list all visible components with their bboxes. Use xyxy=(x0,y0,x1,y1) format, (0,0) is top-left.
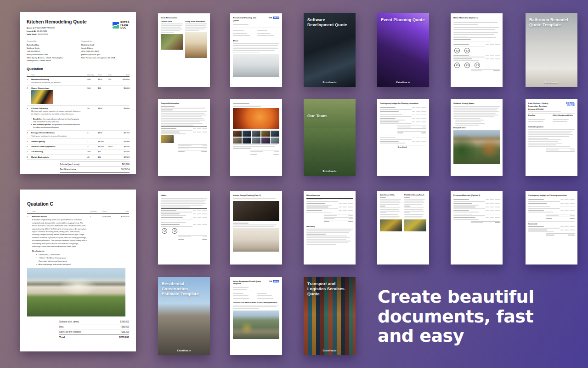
table-row: 6 Stainless Steel Appliances 3 $3,000 $6… xyxy=(27,144,130,150)
quotation-c-document[interactable]: Quatation C # Title Quantity Price Total… xyxy=(20,190,136,351)
template-residential-construction-cover[interactable]: Residential Construction Estimate Templa… xyxy=(158,277,210,355)
table-placeholder xyxy=(453,55,500,61)
living-room-photo xyxy=(233,228,279,252)
kitchen-quote-document[interactable]: Kitchen Remodeling Quote Quote #: F56CC7… xyxy=(20,12,136,174)
table-placeholder xyxy=(528,226,575,232)
text-placeholder-block xyxy=(257,29,279,38)
quartz-photo xyxy=(31,90,53,104)
extraflow-logo: EXTRA FLOW xyxy=(566,102,575,107)
text-placeholder-block xyxy=(233,29,255,38)
template-heavy-equipment-quote[interactable]: Heavy Equipment Rental Quote Template TH… xyxy=(230,277,282,355)
totals-placeholder xyxy=(546,149,575,155)
text-placeholder-block xyxy=(528,111,575,112)
extraflow-brand: Extraflow.io xyxy=(304,170,356,172)
template-machinery-specs[interactable]: John Deere 310SL PC210LC-11 Long Reach xyxy=(377,191,429,264)
wheel-loader-photo xyxy=(380,219,402,231)
totals-placeholder xyxy=(324,214,353,223)
text-placeholder-block xyxy=(257,292,279,300)
sketch-illustrations xyxy=(454,63,499,68)
extraflow-brand: Extraflow.io xyxy=(304,81,356,84)
template-event-planning-cover[interactable]: Event Planning Quote Extraflow.io xyxy=(377,13,429,87)
table-row: 7 Tile Flooring 300 $15 $4,500 xyxy=(27,150,130,155)
table-row: 1 Hardwood FlooringDurable oak hardwood,… xyxy=(27,77,130,86)
template-safety-inspection[interactable]: Lark Grebert - Safety Inspection Service… xyxy=(526,99,577,176)
text-placeholder-block xyxy=(161,198,207,207)
construction-site-photo xyxy=(233,310,279,339)
template-software-development-cover[interactable]: Software Development Quote Extraflow.io xyxy=(304,13,356,87)
hero-tagline: Create beautiful documents, fast and eas… xyxy=(378,287,550,346)
quote-title: Kitchen Remodeling Quote xyxy=(27,19,87,24)
template-interior-design-painting[interactable]: Interior Design Painting (Can. 1) xyxy=(230,191,282,264)
text-placeholder-block xyxy=(528,118,550,124)
text-placeholder-block xyxy=(233,223,279,227)
totals-placeholder xyxy=(178,144,207,153)
sketch-illustrations xyxy=(454,48,499,53)
template-deck-renovation[interactable]: Deck Renovation Outdoor Deck Living Room… xyxy=(158,13,210,87)
table-placeholder xyxy=(380,107,426,124)
quotation-c-totals: Subtotal (excl. taxes)$250,000 Disc.-$30… xyxy=(59,319,129,340)
template-miscellaneous-warranty[interactable]: Miscellaneous Warranty xyxy=(304,191,356,264)
key-features-list: 3 bedrooms, 2 bathrooms ~180 m² | 1,940 … xyxy=(36,253,89,266)
table-row: 1 Beautiful House A modern single-family… xyxy=(27,214,129,266)
living-room-photo xyxy=(185,32,207,58)
text-placeholder-block xyxy=(233,144,279,149)
text-placeholder-block xyxy=(161,23,183,33)
extraflowdoc-logo: EXTRA FLOW DOC xyxy=(113,21,130,29)
prepared-for-block: Prepared for: Gleichner LLC Candy Ebbins… xyxy=(81,40,130,63)
table-placeholder xyxy=(380,138,426,144)
deck-photo xyxy=(161,34,183,50)
template-transport-logistics-cover[interactable]: Transport and Logistics Services Quote E… xyxy=(304,277,356,355)
quote-number: Quote #: F56CC72EF78F4539 xyxy=(27,26,87,29)
text-placeholder-block xyxy=(233,305,279,309)
template-bathroom-remodel-cover[interactable]: Bathroom Remodel Quote Template Extraflo… xyxy=(526,13,577,87)
template-outdoor-living-space[interactable]: Outdoor Living Space Backyard Deck xyxy=(451,99,503,176)
dark-wall-photo xyxy=(233,201,279,221)
quotation-section-title: Quotation xyxy=(27,67,130,71)
extraflow-brand: Extraflow.io xyxy=(377,81,429,84)
table-row: 2 Quartz Countertops 100 $50 $5,000 xyxy=(27,86,130,106)
template-labor[interactable]: Labor xyxy=(158,191,210,264)
backyard-photo xyxy=(453,130,500,164)
text-placeholder-block xyxy=(380,197,402,218)
extraflowdoc-logo-icon xyxy=(113,22,119,29)
template-contingency-budget-2[interactable]: Contingency budget for Flooring renovati… xyxy=(526,191,577,264)
totals-placeholder xyxy=(471,221,500,224)
table-placeholder xyxy=(306,200,353,213)
quote-totals: Subtotal (excl. taxes)$83,780 Tax 8% exc… xyxy=(60,161,130,174)
text-placeholder-block xyxy=(404,197,426,218)
table-placeholder xyxy=(453,44,500,46)
template-moodboard[interactable] xyxy=(230,99,282,176)
template-project-information[interactable]: Project Information xyxy=(158,99,210,176)
sketch-illustrations xyxy=(162,228,206,234)
template-contingency-budget[interactable]: Contingency budget for Flooring renovati… xyxy=(377,99,429,176)
bedroom-photo xyxy=(233,54,279,77)
quote-valid-until: Valid Until: 20.02.2026 xyxy=(27,33,87,36)
totals-placeholder xyxy=(471,69,500,72)
the-arch-logo: THEARCH xyxy=(269,17,279,19)
grand-total-line: Grand total xyxy=(397,145,426,149)
table-row: 8 Marble Backsplash 42 $60 $2,520 xyxy=(27,155,130,160)
house-description: A modern single-family home in a quiet A… xyxy=(32,218,89,248)
table-header-row: # Title Quantity Price Total xyxy=(27,211,129,214)
key-features-label: Key features: xyxy=(32,250,89,252)
table-placeholder xyxy=(161,128,207,134)
quote-issued-at: Issued At: 06.02.2026 xyxy=(27,29,87,33)
text-placeholder-block xyxy=(528,129,575,147)
text-placeholder-block xyxy=(185,23,207,31)
template-basic-materials[interactable]: Basic Materials (Option 1) xyxy=(451,13,503,87)
the-arch-logo: THEARCH xyxy=(269,280,279,282)
created-by-block: Created By: ExtraflowDoc Matthew Smith +… xyxy=(27,40,75,63)
totals-placeholder xyxy=(546,214,575,220)
text-placeholder-block xyxy=(453,106,500,119)
table-placeholder xyxy=(161,210,207,226)
table-header-row: # Title Quantity Price Disc. Total xyxy=(27,73,130,77)
text-placeholder-block xyxy=(233,24,279,26)
extraflow-brand: Extraflow.io xyxy=(304,350,356,352)
template-premium-materials[interactable]: Premium Materials (Option 3) xyxy=(451,191,503,264)
photo-grid xyxy=(233,131,279,144)
text-placeholder-block xyxy=(453,21,500,42)
table-row: 5 Smart Lighting 1 $3,000 $3,000 xyxy=(27,139,130,144)
template-our-team-cover[interactable]: Our Team Extraflow.io xyxy=(304,99,356,176)
template-residential-painting-quote[interactable]: Residential Painting Job Quote THEARCH A… xyxy=(230,13,282,87)
table-row: 4 Energy-efficient WindowsTriple-pane wi… xyxy=(27,131,130,139)
